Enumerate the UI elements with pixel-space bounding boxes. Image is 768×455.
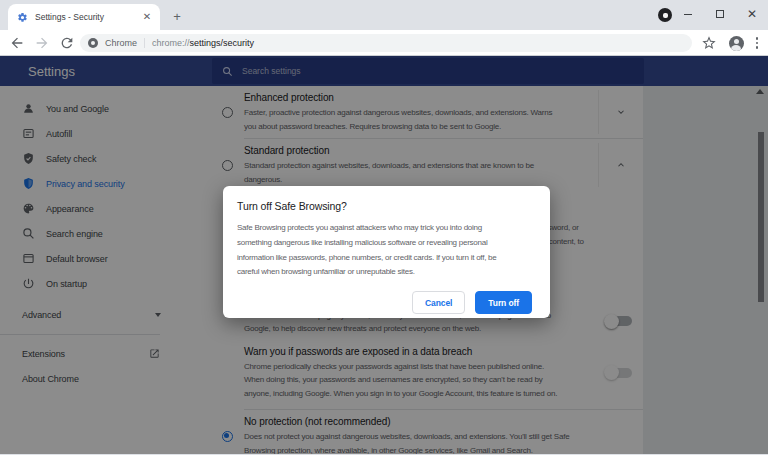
site-label: Chrome [105,38,137,48]
window-minimize-button[interactable] [672,0,704,28]
window-close-button[interactable]: ✕ [736,0,768,28]
bookmark-star-icon[interactable] [701,35,717,51]
back-button[interactable] [9,35,25,51]
tab-settings-security[interactable]: Settings - Security ✕ [8,4,160,30]
record-indicator-icon [658,8,672,22]
menu-kebab-icon[interactable] [756,37,759,49]
forward-button[interactable] [34,35,50,51]
browser-toolbar: Chrome chrome://settings/security [0,30,768,56]
gear-favicon-icon [17,12,28,23]
dialog-title: Turn off Safe Browsing? [237,200,542,212]
minimize-icon [684,14,692,15]
page-content: Settings You and Google Autofill Safety … [0,56,768,454]
tab-title: Settings - Security [35,12,140,22]
turn-off-button[interactable]: Turn off [475,291,532,314]
url-text: chrome://settings/security [152,38,254,48]
dialog-body: Safe Browsing protects you against attac… [237,221,542,280]
cancel-button[interactable]: Cancel [412,291,465,314]
new-tab-button[interactable]: + [168,8,186,26]
browser-window: Settings - Security ✕ + ✕ Chrome chrome:… [0,0,768,455]
page-info-icon[interactable] [88,38,98,48]
tab-close-icon[interactable]: ✕ [140,10,154,24]
close-icon: ✕ [747,9,757,19]
profile-avatar[interactable] [729,36,744,51]
window-maximize-button[interactable] [704,0,736,28]
turn-off-safe-browsing-dialog: Turn off Safe Browsing? Safe Browsing pr… [223,186,550,318]
maximize-icon [716,10,724,18]
address-bar[interactable]: Chrome chrome://settings/security [80,34,692,52]
tab-bar: Settings - Security ✕ + ✕ [0,0,768,30]
reload-button[interactable] [59,35,75,51]
url-separator [144,38,145,48]
